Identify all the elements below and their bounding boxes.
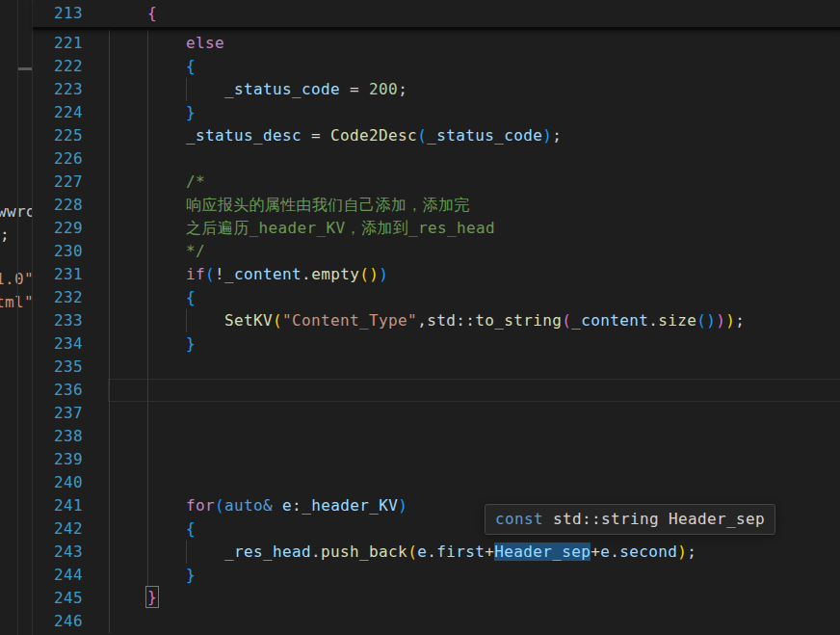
- code-token: push_back: [321, 542, 407, 561]
- line-number[interactable]: 245: [33, 587, 83, 610]
- code-token: empty: [311, 265, 359, 283]
- code-line-content: {: [109, 517, 196, 541]
- line-number[interactable]: 223: [33, 78, 83, 101]
- code-token: (: [562, 311, 571, 330]
- code-token: "Content_Type": [282, 311, 417, 330]
- line-number[interactable]: 227: [33, 171, 83, 194]
- line-number[interactable]: 230: [33, 240, 83, 263]
- code-token: .: [648, 311, 658, 330]
- indent-guide: [147, 379, 148, 402]
- code-token: second: [619, 542, 677, 561]
- code-line[interactable]: 221 else: [0, 32, 840, 55]
- code-line[interactable]: 231 if(!_content.empty()): [0, 263, 840, 286]
- code-line[interactable]: 228 响应报头的属性由我们自己添加，添加完: [0, 194, 840, 217]
- code-token: Code2Desc: [330, 126, 417, 145]
- code-token: [109, 57, 186, 75]
- code-line-content: SetKV("Content_Type",std::to_string(_con…: [109, 309, 745, 332]
- code-line[interactable]: 233 SetKV("Content_Type",std::to_string(…: [0, 309, 840, 332]
- code-token: }: [186, 334, 196, 353]
- indent-guide: [147, 356, 148, 379]
- code-token: [109, 34, 186, 52]
- code-line[interactable]: 224 }: [0, 101, 840, 124]
- code-line[interactable]: 232 {: [0, 286, 840, 309]
- code-line[interactable]: 225 _status_desc = Code2Desc(_status_cod…: [0, 124, 840, 147]
- line-number[interactable]: 241: [33, 494, 83, 517]
- line-number[interactable]: 234: [33, 332, 83, 356]
- code-token: ): [716, 311, 725, 330]
- code-line[interactable]: 227 /*: [0, 171, 840, 194]
- code-token: */: [109, 242, 205, 260]
- code-token: ): [379, 265, 388, 283]
- code-line[interactable]: 229 之后遍历_header_KV，添加到_res_head: [0, 217, 840, 240]
- line-number[interactable]: 237: [33, 402, 83, 425]
- line-number[interactable]: 222: [33, 55, 83, 78]
- code-line[interactable]: 246: [0, 610, 840, 633]
- code-token: first: [436, 542, 485, 561]
- code-line-content: */: [109, 240, 205, 263]
- indent-guide: [109, 147, 110, 171]
- line-number[interactable]: 242: [33, 517, 83, 541]
- code-line[interactable]: 240: [0, 471, 840, 494]
- line-number[interactable]: 231: [33, 263, 83, 286]
- code-line[interactable]: 244 }: [0, 564, 840, 587]
- code-token: }: [186, 103, 196, 121]
- code-token: +: [485, 542, 494, 561]
- line-number[interactable]: 246: [33, 610, 83, 633]
- code-line-content: }: [109, 101, 196, 124]
- code-line[interactable]: 235: [0, 356, 840, 379]
- code-token: to_string: [475, 311, 562, 330]
- line-number[interactable]: 236: [33, 379, 83, 402]
- code-token: [109, 589, 147, 607]
- code-token: .: [427, 542, 436, 561]
- code-line[interactable]: 243 _res_head.push_back(e.first+Header_s…: [0, 541, 840, 564]
- code-line-content: for(auto& e:_header_KV): [109, 494, 407, 517]
- line-number[interactable]: 232: [33, 286, 83, 309]
- code-line[interactable]: 237: [0, 402, 840, 425]
- line-number[interactable]: 235: [33, 356, 83, 379]
- line-number[interactable]: 239: [33, 448, 83, 471]
- line-number[interactable]: 228: [33, 194, 83, 217]
- hover-tooltip: const std::string Header_sep: [485, 504, 775, 535]
- line-number[interactable]: 225: [33, 124, 83, 147]
- code-token: .: [302, 265, 311, 283]
- line-number[interactable]: 238: [33, 425, 83, 448]
- code-token: [109, 496, 186, 515]
- code-token: (: [407, 542, 417, 561]
- code-line-content: {: [109, 286, 196, 309]
- line-number[interactable]: 233: [33, 309, 83, 332]
- code-token: ;: [735, 311, 745, 330]
- line-number[interactable]: 244: [33, 564, 83, 587]
- code-line[interactable]: 223 _status_code = 200;: [0, 78, 840, 101]
- line-number[interactable]: 226: [33, 147, 83, 171]
- code-token: [109, 126, 186, 145]
- line-number[interactable]: 240: [33, 471, 83, 494]
- code-line[interactable]: 234 }: [0, 332, 840, 356]
- code-token: SetKV: [224, 311, 273, 330]
- code-line[interactable]: 238: [0, 425, 840, 448]
- code-token: for: [186, 496, 215, 515]
- code-line[interactable]: 230 */: [0, 240, 840, 263]
- sticky-line-number: 213: [33, 2, 83, 25]
- line-number[interactable]: 224: [33, 101, 83, 124]
- code-line[interactable]: 236: [0, 379, 840, 402]
- code-line[interactable]: 245 }: [0, 587, 840, 610]
- code-token: e: [600, 542, 610, 561]
- bracket-match: }: [145, 586, 159, 608]
- code-token: ): [677, 542, 687, 561]
- code-token: [109, 4, 147, 22]
- indent-guide: [147, 147, 148, 171]
- line-number[interactable]: 229: [33, 217, 83, 240]
- sticky-scroll-header[interactable]: 213 {: [33, 0, 840, 30]
- line-number[interactable]: 243: [33, 541, 83, 564]
- code-token: [109, 334, 186, 353]
- code-line-content: if(!_content.empty()): [109, 263, 388, 286]
- code-area[interactable]: 220 }221 else222 {223 _status_code = 200…: [0, 0, 840, 635]
- line-number[interactable]: 221: [33, 32, 83, 55]
- code-token: ;: [398, 80, 407, 98]
- code-line[interactable]: 226: [0, 147, 840, 171]
- code-token: (: [417, 126, 427, 145]
- code-line[interactable]: 239: [0, 448, 840, 471]
- code-line[interactable]: 222 {: [0, 55, 840, 78]
- code-token: [109, 542, 224, 561]
- code-token: auto&: [224, 496, 273, 515]
